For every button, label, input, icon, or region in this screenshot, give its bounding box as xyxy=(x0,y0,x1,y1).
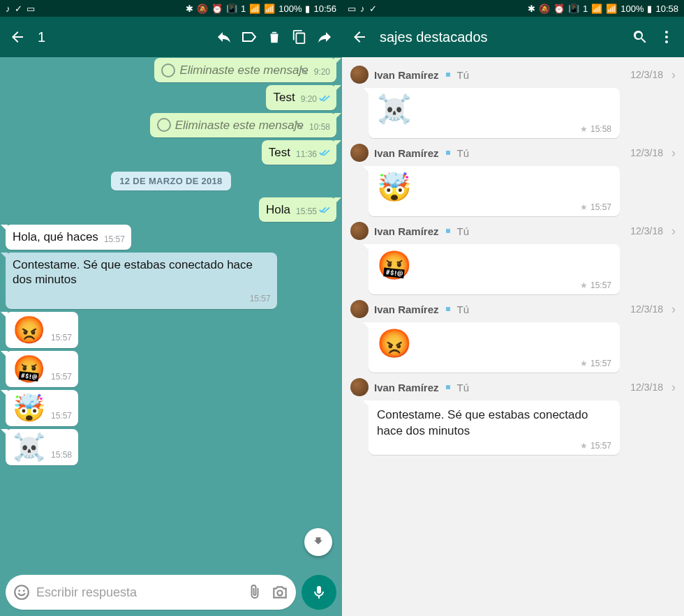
starred-list[interactable]: Ivan Ramírez Tú 12/3/18 › ☠️ ★15:58 Ivan… xyxy=(342,57,684,616)
label-button[interactable] xyxy=(239,23,260,51)
mute-icon: 🔕 xyxy=(197,4,208,13)
svg-point-0 xyxy=(15,585,29,599)
back-button[interactable] xyxy=(7,23,28,51)
message-text: 😡 xyxy=(13,317,45,343)
music-icon: ♪ xyxy=(6,4,10,13)
compose-field[interactable]: Escribir respuesta xyxy=(6,575,296,610)
chevron-right-icon: › xyxy=(671,302,676,317)
chat-screen: ♪ ✓ ▭ ✱ 🔕 ⏰ 📳 1 📶 📶 100% ▮ 10:56 1 xyxy=(0,0,342,616)
clock: 10:58 xyxy=(655,3,678,14)
image-icon: ▭ xyxy=(348,4,356,13)
compose-placeholder[interactable]: Escribir respuesta xyxy=(36,585,240,600)
scroll-down-button[interactable] xyxy=(304,528,332,556)
recipient: Tú xyxy=(457,382,470,393)
starred-item[interactable]: Ivan Ramírez Tú 12/3/18 › Contestame. Sé… xyxy=(342,373,684,455)
svg-point-5 xyxy=(665,36,668,38)
chevron-right-icon: › xyxy=(671,68,676,82)
message-text: ☠️ xyxy=(13,434,45,460)
message-emoji: ☠️ xyxy=(377,95,611,123)
separator-icon xyxy=(446,73,450,77)
attach-icon[interactable] xyxy=(244,582,265,603)
signal-icon: 📶 xyxy=(591,4,602,13)
image-icon: ▭ xyxy=(27,4,35,13)
avatar xyxy=(350,144,369,162)
sender-name: Ivan Ramírez xyxy=(374,303,439,315)
chat-body[interactable]: Eliminaste este mensaje9:20Test9:20Elimi… xyxy=(0,57,342,571)
message-time: 15:55 xyxy=(296,204,330,217)
sent-message[interactable]: Hola15:55 xyxy=(259,197,336,222)
svg-point-2 xyxy=(23,589,25,592)
starred-bubble[interactable]: ☠️ ★15:58 xyxy=(369,88,620,138)
recipient: Tú xyxy=(457,147,470,159)
music-icon: ♪ xyxy=(360,4,365,13)
sent-message[interactable]: Eliminaste este mensaje9:20 xyxy=(154,58,336,82)
message-text: Test xyxy=(273,90,295,105)
starred-item[interactable]: Ivan Ramírez Tú 12/3/18 › ☠️ ★15:58 xyxy=(342,60,684,138)
received-message[interactable]: 😡15:57 xyxy=(6,312,78,348)
starred-bubble[interactable]: 🤬 ★15:57 xyxy=(369,244,620,294)
message-time: 15:57 xyxy=(104,233,125,245)
mic-button[interactable] xyxy=(302,575,336,610)
starred-item[interactable]: Ivan Ramírez Tú 12/3/18 › 🤯 ★15:57 xyxy=(342,138,684,216)
composer: Escribir respuesta xyxy=(0,571,342,616)
recipient: Tú xyxy=(457,225,470,237)
sender-name: Ivan Ramírez xyxy=(374,225,439,237)
app-bar: sajes destacados xyxy=(342,17,684,57)
starred-bubble[interactable]: 😡 ★15:57 xyxy=(369,322,620,373)
reply-button[interactable] xyxy=(214,23,235,51)
sender-name: Ivan Ramírez xyxy=(374,147,439,159)
message-emoji: 🤬 xyxy=(377,251,611,279)
message-time: 9:20 xyxy=(301,93,330,105)
read-ticks-icon xyxy=(319,149,330,160)
starred-date: 12/3/18 xyxy=(630,225,663,236)
star-icon: ★ xyxy=(580,359,588,368)
message-text: Contestame. Sé que estabas conectado hac… xyxy=(13,257,271,287)
back-button[interactable] xyxy=(349,23,370,51)
sim-icon: 1 xyxy=(241,4,246,13)
svg-point-4 xyxy=(665,31,668,33)
camera-icon[interactable] xyxy=(269,582,290,603)
more-button[interactable] xyxy=(656,23,677,51)
sent-message[interactable]: Test9:20 xyxy=(266,85,336,110)
separator-icon xyxy=(446,385,450,389)
chevron-right-icon: › xyxy=(671,224,676,239)
received-message[interactable]: Hola, qué haces15:57 xyxy=(6,225,131,249)
received-message[interactable]: ☠️15:58 xyxy=(6,429,78,465)
starred-time: ★15:57 xyxy=(377,280,611,290)
forward-button[interactable] xyxy=(314,23,335,51)
chevron-right-icon: › xyxy=(671,380,676,395)
message-emoji: 🤯 xyxy=(377,173,611,201)
check-icon: ✓ xyxy=(15,4,22,13)
search-button[interactable] xyxy=(630,23,650,51)
message-text: Eliminaste este mensaje xyxy=(161,63,308,77)
message-text: Contestame. Sé que estabas conectado hac… xyxy=(377,407,611,440)
message-time: 11:36 xyxy=(296,147,330,160)
date-chip: 12 DE MARZO DE 2018 xyxy=(111,172,230,190)
sent-message[interactable]: Test11:36 xyxy=(262,140,336,165)
starred-bubble[interactable]: 🤯 ★15:57 xyxy=(369,166,620,216)
delete-button[interactable] xyxy=(264,23,285,51)
separator-icon xyxy=(446,229,450,233)
bluetooth-icon: ✱ xyxy=(186,4,193,13)
message-text: Eliminaste este mensaje xyxy=(157,118,304,133)
selection-count: 1 xyxy=(34,29,45,45)
starred-date: 12/3/18 xyxy=(630,69,663,80)
message-text: Hola, qué haces xyxy=(13,230,98,244)
starred-item[interactable]: Ivan Ramírez Tú 12/3/18 › 😡 ★15:57 xyxy=(342,294,684,373)
starred-bubble[interactable]: Contestame. Sé que estabas conectado hac… xyxy=(369,400,620,455)
received-message[interactable]: 🤯15:57 xyxy=(6,390,78,426)
check-icon: ✓ xyxy=(369,4,377,13)
received-message[interactable]: Contestame. Sé que estabas conectado hac… xyxy=(6,253,277,310)
recipient: Tú xyxy=(457,303,470,315)
starred-item[interactable]: Ivan Ramírez Tú 12/3/18 › 🤬 ★15:57 xyxy=(342,216,684,294)
message-text: Test xyxy=(269,145,290,160)
message-time: 10:58 xyxy=(309,121,330,133)
bluetooth-icon: ✱ xyxy=(528,4,535,13)
sender-name: Ivan Ramírez xyxy=(374,69,439,81)
alarm-icon: ⏰ xyxy=(211,4,223,13)
sent-message[interactable]: Eliminaste este mensaje10:58 xyxy=(150,113,336,137)
separator-icon xyxy=(446,307,450,311)
received-message[interactable]: 🤬15:57 xyxy=(6,351,78,387)
emoji-icon[interactable] xyxy=(11,582,32,603)
copy-button[interactable] xyxy=(289,23,310,51)
